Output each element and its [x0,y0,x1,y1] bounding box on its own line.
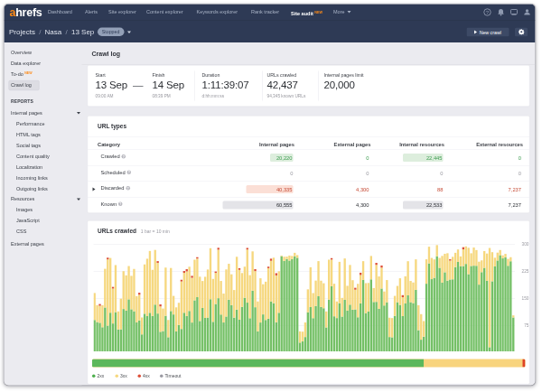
svg-text:?: ? [486,10,489,15]
